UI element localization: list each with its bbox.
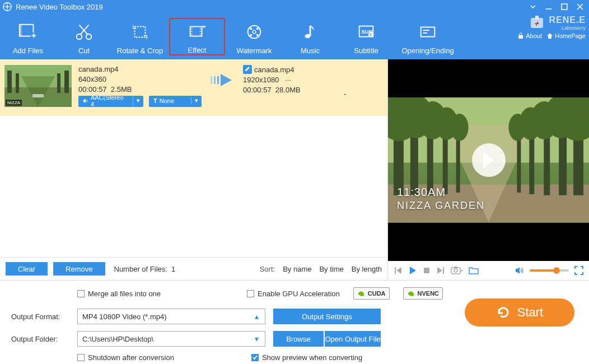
svg-point-11 (20, 29, 21, 30)
source-size: 2.5MB (111, 85, 132, 94)
file-row[interactable]: NIZZA canada.mp4 640x360 00:00:57 2.5MB … (0, 59, 387, 116)
play-button[interactable] (408, 266, 417, 275)
file-thumbnail: NIZZA (4, 65, 72, 107)
svg-point-29 (248, 25, 261, 38)
svg-point-18 (86, 34, 91, 39)
cut-icon (74, 22, 94, 42)
sort-label: Sort: (260, 265, 275, 273)
subtitle-button[interactable]: SUBT Subtitle (338, 18, 394, 55)
svg-rect-82 (443, 267, 444, 274)
app-title: Renee Video Toolbox 2019 (16, 3, 524, 11)
merge-checkbox[interactable]: Merge all files into one (77, 290, 161, 298)
chevron-down-icon[interactable]: ▾ (191, 97, 202, 104)
prev-button[interactable] (394, 266, 403, 275)
svg-point-10 (20, 26, 21, 27)
subtitle-label: Subtitle (354, 46, 378, 55)
opening-ending-button[interactable]: Opening/Ending (394, 18, 461, 55)
svg-point-35 (305, 34, 310, 38)
svg-point-84 (454, 269, 457, 272)
cut-button[interactable]: Cut (56, 18, 112, 55)
svg-point-12 (20, 31, 21, 32)
svg-rect-69 (517, 133, 521, 193)
svg-text:T: T (370, 32, 372, 37)
dropdown-icon[interactable] (526, 2, 540, 12)
edit-icon[interactable] (243, 65, 252, 74)
watermark-icon (244, 22, 264, 42)
home-icon (546, 32, 553, 39)
main-toolbar: Add Files Cut Rotate & Crop Effect Water… (0, 13, 589, 59)
open-folder-button[interactable] (469, 267, 479, 274)
preview-checkbox[interactable]: Show preview when converting (251, 353, 362, 362)
music-icon (300, 22, 320, 42)
svg-rect-50 (64, 71, 69, 93)
svg-point-32 (250, 34, 252, 36)
volume-button[interactable] (515, 267, 524, 274)
chevron-down-icon[interactable]: ▾ (133, 97, 143, 104)
sort-by-time[interactable]: By time (319, 265, 343, 273)
watermark-label: Watermark (236, 46, 272, 55)
video-preview[interactable]: 11:30AM NIZZA GARDEN (388, 59, 589, 261)
next-button[interactable] (436, 266, 445, 275)
svg-rect-51 (16, 73, 19, 93)
output-format-combo[interactable]: MP4 1080P Video (*.mp4) ▴ (77, 309, 265, 324)
bottom-panel: Merge all files into one Enable GPU Acce… (0, 281, 589, 364)
svg-point-27 (200, 31, 201, 32)
dest-time: 00:00:57 (243, 86, 272, 94)
svg-rect-54 (211, 76, 212, 84)
stop-button[interactable] (423, 267, 431, 274)
maximize-button[interactable] (558, 2, 571, 12)
sort-by-name[interactable]: By name (283, 265, 311, 273)
clear-button[interactable]: Clear (6, 262, 48, 276)
effect-button[interactable]: Effect (169, 18, 225, 55)
svg-point-26 (200, 28, 201, 29)
file-list-footer: Clear Remove Number of Files: 1 Sort: By… (0, 257, 387, 280)
output-folder-label: Output Folder: (9, 335, 77, 343)
minimize-button[interactable] (542, 2, 555, 12)
dest-dots[interactable]: ··· (285, 76, 291, 84)
svg-point-23 (191, 28, 193, 29)
opening-ending-icon (418, 22, 438, 42)
snapshot-button[interactable]: ▾ (451, 266, 463, 275)
dest-name: canada.mp4 (254, 66, 294, 74)
play-overlay-button[interactable] (472, 143, 506, 177)
watermark-button[interactable]: Watermark (226, 18, 282, 55)
audio-chip[interactable]: AAC(Stereo 4 ▾ (78, 96, 143, 107)
gpu-checkbox[interactable]: Enable GPU Acceleration (247, 290, 340, 298)
svg-point-79 (508, 114, 526, 142)
svg-point-17 (77, 34, 82, 39)
svg-line-20 (79, 25, 87, 34)
start-button[interactable]: Start (465, 298, 574, 326)
chevron-down-icon: ▾ (248, 332, 265, 346)
fullscreen-button[interactable] (574, 266, 583, 275)
music-label: Music (301, 46, 320, 55)
music-button[interactable]: Music (282, 18, 338, 55)
titlebar: Renee Video Toolbox 2019 (0, 0, 589, 13)
thumb-label: NIZZA (6, 100, 22, 106)
open-output-button[interactable]: Open Output File (325, 331, 381, 347)
volume-slider[interactable] (530, 269, 569, 272)
homepage-link[interactable]: HomePage (546, 32, 586, 39)
add-files-button[interactable]: Add Files (0, 18, 56, 55)
browse-button[interactable]: Browse (273, 331, 324, 347)
svg-point-25 (191, 33, 193, 34)
video-overlay-text: 11:30AM NIZZA GARDEN (397, 186, 485, 212)
rotate-crop-button[interactable]: Rotate & Crop (112, 18, 168, 55)
dest-resolution: 1920x1080 (243, 76, 279, 84)
svg-rect-49 (7, 71, 12, 93)
dest-file-info: canada.mp4 1920x1080 ··· 00:00:57 28.0MB (243, 65, 301, 96)
svg-point-30 (250, 27, 252, 30)
shutdown-checkbox[interactable]: Shutdown after conversion (77, 353, 174, 362)
close-button[interactable] (573, 2, 587, 12)
svg-point-31 (256, 27, 259, 30)
app-logo-icon (2, 2, 12, 12)
add-files-label: Add Files (13, 46, 43, 55)
sort-by-length[interactable]: By length (352, 265, 382, 273)
output-settings-button[interactable]: Output Settings (273, 309, 381, 324)
about-link[interactable]: About (517, 32, 542, 39)
output-folder-combo[interactable]: C:\Users\HP\Desktop\ ▾ (77, 331, 265, 347)
remove-button[interactable]: Remove (53, 262, 105, 276)
svg-rect-5 (562, 4, 567, 10)
svg-point-13 (20, 34, 21, 35)
subtitle-chip[interactable]: TNone ▾ (149, 96, 202, 107)
file-count: 1 (171, 265, 175, 273)
